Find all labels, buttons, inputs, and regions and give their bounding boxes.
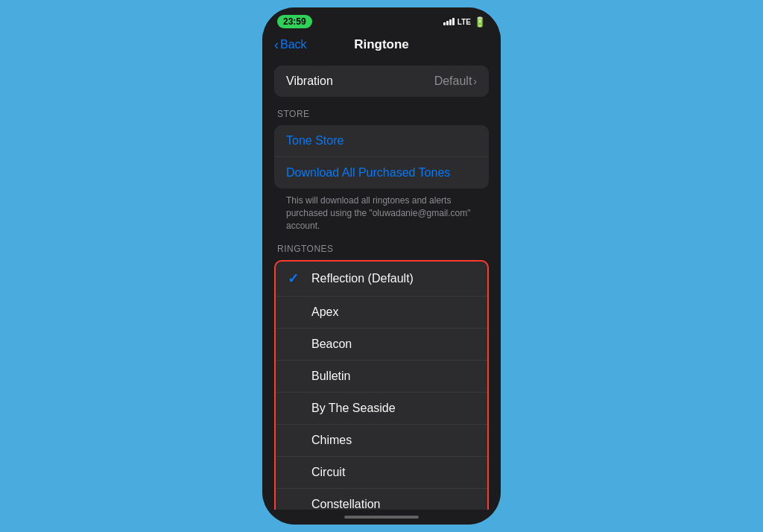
- back-chevron-icon: ‹: [274, 37, 279, 53]
- signal-bar-4: [452, 18, 455, 25]
- status-time: 23:59: [277, 15, 312, 28]
- nav-bar: ‹ Back Ringtone: [262, 31, 501, 60]
- ringtone-name: By The Seaside: [311, 402, 396, 415]
- ringtone-name: Beacon: [311, 338, 352, 351]
- store-section-label: STORE: [274, 109, 489, 119]
- vibration-section: Vibration Default ›: [262, 60, 501, 103]
- back-label: Back: [280, 38, 307, 51]
- content-scroll[interactable]: Vibration Default › STORE Tone Store Dow…: [262, 60, 501, 510]
- ringtones-group: ✓Reflection (Default)ApexBeaconBulletinB…: [274, 260, 489, 510]
- store-section: STORE Tone Store Download All Purchased …: [262, 103, 501, 238]
- home-bar: [344, 516, 419, 519]
- lte-label: LTE: [458, 18, 471, 26]
- signal-bar-3: [449, 19, 452, 25]
- phone-frame: 23:59 LTE 🔋 ‹ Back Ringtone Vibration: [262, 7, 501, 525]
- ringtone-name: Bulletin: [311, 370, 350, 383]
- ringtone-name: Circuit: [311, 466, 345, 479]
- signal-bar-1: [443, 22, 446, 25]
- ringtone-name: Chimes: [311, 434, 352, 447]
- page-title: Ringtone: [354, 37, 409, 52]
- ringtone-name: Apex: [311, 305, 338, 319]
- battery-icon: 🔋: [474, 16, 486, 28]
- ringtones-section-label: RINGTONES: [274, 244, 489, 254]
- ringtone-row[interactable]: Chimes: [276, 425, 487, 457]
- home-indicator: [262, 510, 501, 525]
- store-group: Tone Store Download All Purchased Tones: [274, 125, 489, 189]
- ringtone-row[interactable]: ✓Reflection (Default): [276, 262, 487, 297]
- signal-bars-icon: [443, 18, 455, 25]
- ringtone-row[interactable]: By The Seaside: [276, 393, 487, 425]
- ringtone-row[interactable]: Beacon: [276, 329, 487, 361]
- ringtone-name: Reflection (Default): [311, 272, 414, 285]
- ringtones-section: RINGTONES ✓Reflection (Default)ApexBeaco…: [262, 238, 501, 510]
- ringtone-name: Constellation: [311, 498, 381, 510]
- vibration-value: Default ›: [434, 75, 477, 88]
- checkmark-icon: ✓: [288, 270, 303, 287]
- store-note: This will download all ringtones and ale…: [274, 189, 489, 235]
- status-icons: LTE 🔋: [443, 16, 486, 28]
- vibration-value-text: Default: [434, 75, 472, 88]
- vibration-row[interactable]: Vibration Default ›: [274, 66, 489, 97]
- ringtone-row[interactable]: Circuit: [276, 457, 487, 489]
- status-bar: 23:59 LTE 🔋: [262, 7, 501, 31]
- chevron-right-icon: ›: [473, 75, 477, 87]
- signal-bar-2: [446, 21, 449, 25]
- tone-store-button[interactable]: Tone Store: [274, 125, 489, 157]
- ringtone-row[interactable]: Constellation: [276, 489, 487, 510]
- back-button[interactable]: ‹ Back: [274, 37, 307, 53]
- ringtone-row[interactable]: Bulletin: [276, 361, 487, 393]
- download-tones-button[interactable]: Download All Purchased Tones: [274, 157, 489, 189]
- ringtone-row[interactable]: Apex: [276, 297, 487, 329]
- vibration-label: Vibration: [286, 75, 333, 88]
